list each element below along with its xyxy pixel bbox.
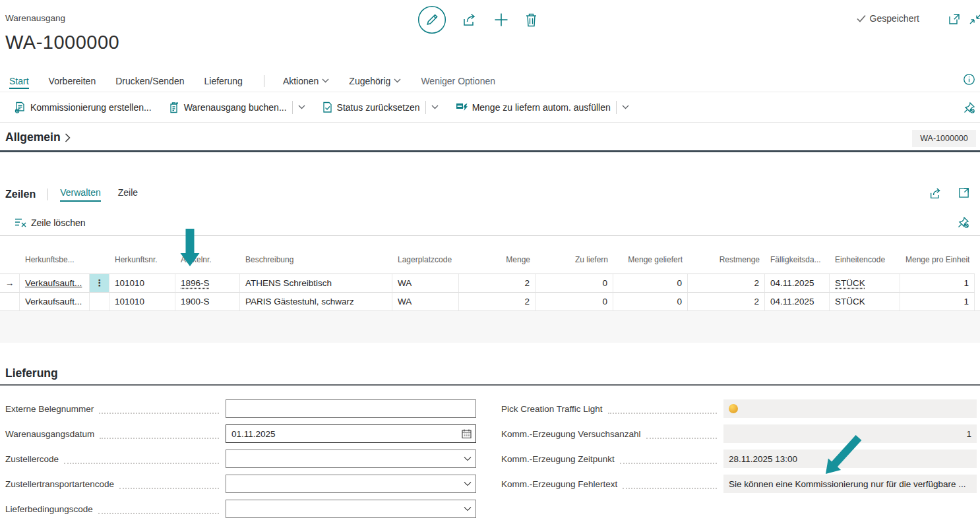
zustellercode-input[interactable]: [226, 450, 476, 468]
tab-aktionen[interactable]: Aktionen: [283, 70, 329, 92]
reset-status-button[interactable]: Status zurücksetzen: [322, 102, 420, 113]
table-row[interactable]: → Verkaufsauft... ⋮ 101010 1896-S ATHENS…: [0, 274, 975, 293]
cell-zu-liefern[interactable]: 0: [536, 293, 613, 311]
col-beschreibung[interactable]: Beschreibung: [240, 255, 392, 274]
cell-menge-pro-einheit[interactable]: 1: [900, 293, 975, 311]
cell-restmenge[interactable]: 2: [688, 293, 765, 311]
header-toolbar: [417, 4, 537, 36]
col-herkunftsnr[interactable]: Herkunftsnr.: [109, 255, 175, 274]
field-komm-erzeugung-fehlertext: Komm.-Erzeugung Fehlertext Sie können ei…: [501, 475, 977, 493]
cell-beschreibung[interactable]: PARIS Gästestuhl, schwarz: [240, 293, 392, 311]
share-icon[interactable]: [929, 187, 942, 200]
cell-faelligkeitsdatum[interactable]: 04.11.2025: [765, 293, 830, 311]
traffic-light-field: [723, 399, 977, 418]
collapse-icon[interactable]: [969, 13, 980, 25]
col-restmenge[interactable]: Restmenge: [688, 255, 765, 274]
lieferung-fasttab: Lieferung: [0, 364, 980, 386]
cell-lagerplatzcode[interactable]: WA: [392, 293, 459, 311]
col-lagerplatzcode[interactable]: Lagerplatzcode: [392, 255, 459, 274]
lieferung-header[interactable]: Lieferung: [5, 366, 58, 380]
cell-menge-geliefert[interactable]: 0: [613, 293, 688, 311]
chevron-right-icon: [65, 133, 71, 142]
page-caption: Warenausgang: [5, 13, 65, 23]
row-options-icon[interactable]: ⋮: [90, 274, 109, 293]
unpin-icon[interactable]: [963, 102, 975, 114]
tab-divider: [264, 75, 264, 87]
allgemein-fasttab: Allgemein WA-1000000: [0, 125, 980, 152]
field-zustellertransportartencode: Zustellertransportartencode: [5, 475, 476, 493]
allgemein-header[interactable]: Allgemein: [5, 131, 71, 144]
chevron-down-icon[interactable]: [298, 105, 305, 109]
tab-lieferung[interactable]: Lieferung: [204, 70, 242, 92]
cell-menge-pro-einheit[interactable]: 1: [900, 274, 975, 293]
cell-herkunftsnr[interactable]: 101010: [109, 274, 175, 293]
document-no-badge: WA-1000000: [912, 130, 976, 147]
cell-artikelnr: 1896-S: [175, 274, 240, 293]
cell-beschreibung[interactable]: ATHENS Schreibtisch: [240, 274, 392, 293]
post-shipment-button[interactable]: Warenausgang buchen...: [169, 102, 287, 113]
tab-start[interactable]: Start: [9, 70, 29, 92]
delete-icon[interactable]: [525, 13, 537, 27]
cell-herkunftsnr[interactable]: 101010: [109, 293, 175, 311]
table-row[interactable]: Verkaufsauft... 101010 1900-S PARIS Gäst…: [0, 293, 975, 311]
split-separator: [616, 101, 617, 114]
action-bar: Kommissionierung erstellen... Warenausga…: [0, 92, 980, 123]
cell-lagerplatzcode[interactable]: WA: [392, 274, 459, 293]
page-title: WA-1000000: [5, 32, 119, 53]
tab-vorbereiten[interactable]: Vorbereiten: [49, 70, 96, 92]
cell-menge-geliefert[interactable]: 0: [613, 274, 688, 293]
tab-zeile[interactable]: Zeile: [118, 187, 138, 202]
cell-faelligkeitsdatum[interactable]: 04.11.2025: [765, 274, 830, 293]
col-zu-liefern[interactable]: Zu liefern: [536, 255, 613, 274]
cell-zu-liefern[interactable]: 0: [536, 274, 613, 293]
cell-menge[interactable]: 2: [459, 293, 536, 311]
delete-row-icon: [15, 218, 26, 227]
tab-verwalten[interactable]: Verwalten: [60, 187, 100, 202]
cell-restmenge[interactable]: 2: [688, 274, 765, 293]
chevron-down-icon[interactable]: [622, 105, 629, 109]
open-window-icon[interactable]: [958, 187, 969, 200]
divider: [47, 189, 48, 200]
zustellertransportartencode-input[interactable]: [226, 475, 476, 493]
add-icon[interactable]: [493, 12, 509, 28]
col-faelligkeitsdatum[interactable]: Fälligkeitsda...: [765, 255, 830, 274]
col-menge[interactable]: Menge: [459, 255, 536, 274]
col-einheitencode[interactable]: Einheitencode: [830, 255, 900, 274]
reset-status-icon: [322, 102, 332, 113]
post-shipment-icon: [169, 102, 179, 113]
tab-zugehoerig[interactable]: Zugehörig: [349, 70, 401, 92]
cell-artikelnr[interactable]: 1900-S: [175, 293, 240, 311]
cell-einheitencode[interactable]: STÜCK: [830, 293, 900, 311]
save-status-label: Gespeichert: [870, 13, 919, 24]
split-separator: [425, 101, 426, 114]
externe-belegnummer-input[interactable]: [226, 399, 476, 418]
autofill-qty-button[interactable]: Menge zu liefern autom. ausfüllen: [456, 102, 611, 113]
edit-icon[interactable]: [417, 5, 446, 34]
cell-menge[interactable]: 2: [459, 274, 536, 293]
chevron-down-icon[interactable]: [431, 105, 439, 109]
open-window-icon[interactable]: [948, 13, 960, 25]
create-pick-button[interactable]: Kommissionierung erstellen...: [15, 102, 152, 113]
lieferbedingungscode-input[interactable]: [226, 500, 476, 518]
share-icon[interactable]: [462, 13, 477, 27]
chevron-down-icon: [394, 78, 401, 83]
field-lieferbedingungscode: Lieferbedingungscode: [5, 500, 476, 518]
ribbon-tabbar: Start Vorbereiten Drucken/Senden Lieferu…: [0, 70, 980, 92]
cell-herkunftsbe[interactable]: Verkaufsauft...: [20, 293, 90, 311]
delete-line-button[interactable]: Zeile löschen: [15, 218, 86, 228]
cell-einheitencode: STÜCK: [830, 274, 900, 293]
info-icon[interactable]: [964, 74, 975, 85]
field-komm-erzeugung-versuchsanzahl: Komm.-Erzeugung Versuchsanzahl 1: [501, 424, 977, 443]
tab-drucken-senden[interactable]: Drucken/Senden: [115, 70, 184, 92]
table-empty-area: [0, 310, 980, 343]
col-menge-geliefert[interactable]: Menge geliefert: [613, 255, 688, 274]
cell-herkunftsbe: Verkaufsauft...: [20, 274, 90, 293]
field-warenausgangsdatum: Warenausgangsdatum: [5, 424, 476, 443]
col-herkunftsbe[interactable]: Herkunftsbe...: [20, 255, 90, 274]
table-header-row: Herkunftsbe... Herkunftsnr. Artikelnr. B…: [0, 236, 975, 274]
warenausgangsdatum-input[interactable]: [226, 424, 476, 443]
col-menge-pro-einheit[interactable]: Menge pro Einheit: [900, 255, 975, 274]
tab-weniger-optionen[interactable]: Weniger Optionen: [421, 70, 495, 92]
col-artikelnr[interactable]: Artikelnr.: [175, 255, 240, 274]
unpin-icon[interactable]: [957, 216, 969, 229]
